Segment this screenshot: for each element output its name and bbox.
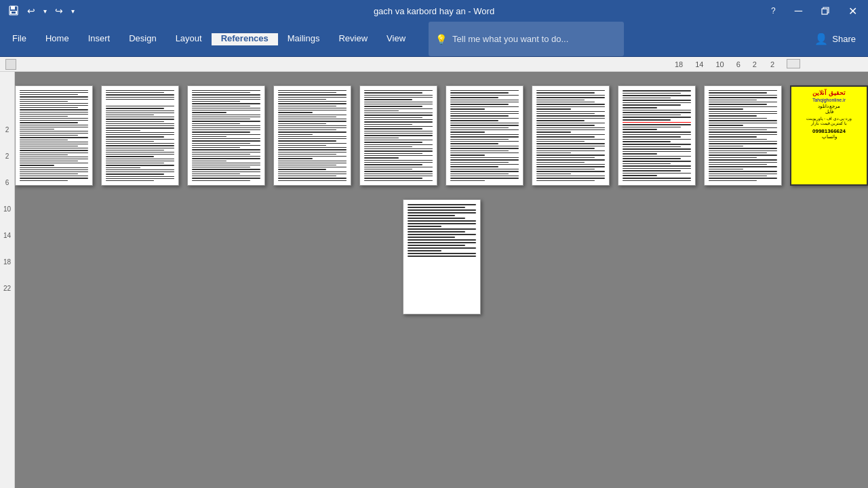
- lightbulb-icon: 💡: [435, 34, 447, 45]
- ruler-numbers: 18 14 10 6 2 2: [675, 60, 800, 68]
- tab-insert[interactable]: Insert: [79, 33, 120, 45]
- page-2[interactable]: [101, 85, 179, 186]
- page-9-content: [705, 86, 781, 185]
- ruler-tab-stop[interactable]: [787, 59, 800, 68]
- page-7-content: [532, 86, 609, 185]
- page-row-2: [403, 199, 481, 314]
- restore-button[interactable]: [816, 5, 835, 16]
- page-5-content: [360, 86, 437, 185]
- search-placeholder-text: Tell me what you want to do...: [452, 34, 568, 44]
- tab-design[interactable]: Design: [119, 33, 165, 45]
- ad-content: تحقیق آنلاین Tahqighonline.ir مرجع دانلو…: [791, 87, 867, 142]
- undo-dropdown-icon[interactable]: ▾: [41, 6, 50, 16]
- qat-more-icon[interactable]: ▾: [68, 6, 77, 16]
- title-bar-controls: ? ─ ✕: [766, 3, 863, 19]
- page-4-content: [274, 86, 351, 185]
- svg-rect-4: [822, 9, 827, 14]
- page-1-content: [16, 86, 92, 185]
- window-title: gach va karbord hay an - Word: [374, 6, 494, 16]
- ad-site: Tahqighonline.ir: [793, 98, 865, 102]
- share-label: Share: [832, 34, 856, 44]
- page-row-1: تحقیق آنلاین Tahqighonline.ir مرجع دانلو…: [15, 85, 868, 186]
- title-bar-left: ↩ ▾ ↪ ▾: [5, 4, 77, 18]
- horizontal-ruler: 18 14 10 6 2 2: [0, 57, 868, 72]
- person-icon: 👤: [814, 33, 828, 45]
- title-bar: ↩ ▾ ↪ ▾ gach va karbord hay an - Word ? …: [0, 0, 868, 22]
- page-8[interactable]: [618, 85, 696, 186]
- vertical-ruler: 2 2 6 10 14 18 22: [0, 72, 15, 488]
- page-11[interactable]: [403, 199, 481, 314]
- page-6[interactable]: [446, 85, 524, 186]
- page-4[interactable]: [273, 85, 351, 186]
- ad-title: تحقیق آنلاین: [793, 89, 865, 96]
- save-icon[interactable]: [5, 4, 22, 18]
- vertical-ruler-numbers: 2 2 6 10 14 18 22: [3, 126, 11, 292]
- page-11-content: [403, 200, 480, 314]
- ad-suffix: واتساپ: [793, 134, 865, 140]
- tab-view[interactable]: View: [377, 33, 415, 45]
- tab-mailings[interactable]: Mailings: [278, 33, 330, 45]
- tab-review[interactable]: Review: [329, 33, 377, 45]
- ad-line3: ورد-پی دی اف - پاورپوینت: [793, 116, 865, 121]
- tab-file[interactable]: File: [3, 33, 36, 45]
- main-area: 2 2 6 10 14 18 22: [0, 72, 868, 488]
- ribbon-tabs: File Home Insert Design Layout Reference…: [3, 22, 415, 56]
- page-10-ad[interactable]: تحقیق آنلاین Tahqighonline.ir مرجع دانلو…: [790, 85, 868, 186]
- ad-phone: 09981366624: [793, 128, 865, 134]
- page-7[interactable]: [532, 85, 610, 186]
- page-2-content: [102, 86, 178, 185]
- page-3-content: [188, 86, 264, 185]
- ad-line1: مرجع دانلود: [793, 104, 865, 109]
- svg-rect-1: [11, 6, 15, 9]
- page-5[interactable]: [359, 85, 437, 186]
- redo-icon[interactable]: ↪: [52, 4, 66, 18]
- tab-references[interactable]: References: [212, 33, 278, 45]
- share-button[interactable]: 👤 Share: [805, 22, 865, 56]
- undo-icon[interactable]: ↩: [24, 4, 38, 18]
- ruler-corner[interactable]: [5, 59, 16, 70]
- page-1[interactable]: [15, 85, 93, 186]
- page-6-content: [446, 86, 523, 185]
- ribbon: File Home Insert Design Layout Reference…: [0, 22, 868, 57]
- close-button[interactable]: ✕: [843, 3, 863, 19]
- ad-line4: با کمترین قیمت بازار: [793, 121, 865, 125]
- tab-home[interactable]: Home: [36, 33, 79, 45]
- minimize-button[interactable]: ─: [789, 3, 808, 18]
- help-icon[interactable]: ?: [766, 5, 781, 17]
- page-9[interactable]: [704, 85, 782, 186]
- ad-line2: فایل: [793, 109, 865, 115]
- document-area[interactable]: تحقیق آنلاین Tahqighonline.ir مرجع دانلو…: [15, 72, 868, 488]
- tell-me-search[interactable]: 💡 Tell me what you want to do...: [429, 22, 624, 56]
- page-8-content: [618, 86, 695, 185]
- tab-layout[interactable]: Layout: [166, 33, 212, 45]
- page-3[interactable]: [187, 85, 265, 186]
- svg-rect-3: [12, 12, 16, 14]
